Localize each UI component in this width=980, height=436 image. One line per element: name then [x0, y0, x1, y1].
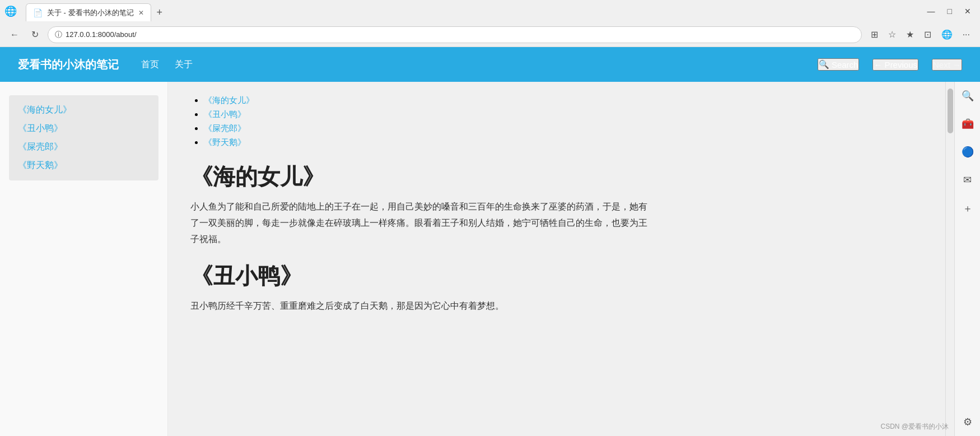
close-window-btn[interactable]: ✕: [960, 4, 976, 18]
section-body-1: 丑小鸭历经千辛万苦、重重磨难之后变成了白天鹅，那是因为它心中有着梦想。: [190, 298, 650, 314]
bookmark-icon[interactable]: ★: [903, 27, 917, 42]
section-title-1: 《丑小鸭》: [190, 261, 923, 291]
browser-logo-icon: 🌐: [4, 5, 17, 17]
new-tab-btn[interactable]: +: [151, 3, 169, 21]
reload-btn[interactable]: ↻: [28, 27, 42, 42]
scrollbar-thumb[interactable]: [948, 89, 953, 133]
nav-links: 首页 关于: [137, 57, 197, 73]
toc-link-2[interactable]: 《屎壳郎》: [204, 123, 246, 133]
settings-icon[interactable]: ⚙: [960, 412, 976, 432]
more-btn[interactable]: ···: [959, 27, 973, 42]
section-0: 《海的女儿》 小人鱼为了能和自己所爱的陆地上的王子在一起，用自己美妙的嗓音和三百…: [190, 161, 923, 247]
url-text: 127.0.0.1:8000/about/: [66, 30, 137, 39]
toc-link-3[interactable]: 《野天鹅》: [204, 137, 246, 147]
add-icon[interactable]: ＋: [959, 198, 976, 219]
tab-icon: 📄: [33, 8, 43, 17]
sidebar: 《海的女儿》 《丑小鸭》 《屎壳郎》 《野天鹅》: [0, 82, 168, 436]
sidebar-link-2[interactable]: 《屎壳郎》: [18, 141, 150, 153]
previous-btn[interactable]: ← Previous: [872, 59, 918, 71]
search-icon: 🔍: [819, 59, 829, 69]
sidebar-link-1[interactable]: 《丑小鸭》: [18, 123, 150, 134]
tab-title: 关于 - 爱看书的小沐的笔记: [47, 8, 134, 18]
sphere-icon[interactable]: 🔵: [958, 142, 977, 161]
toc-list: 《海的女儿》 《丑小鸭》 《屎壳郎》 《野天鹅》: [190, 95, 923, 148]
next-btn[interactable]: Next →: [932, 59, 962, 71]
nav-about[interactable]: 关于: [170, 57, 197, 73]
site-title: 爱看书的小沐的笔记: [18, 57, 119, 72]
info-icon: ⓘ: [55, 30, 62, 40]
sidebar-link-3[interactable]: 《野天鹅》: [18, 160, 150, 171]
url-box[interactable]: ⓘ 127.0.0.1:8000/about/: [48, 26, 862, 43]
watermark: CSDN @爱看书的小沐: [880, 422, 949, 432]
toc-item-0: 《海的女儿》: [204, 95, 923, 106]
section-1: 《丑小鸭》 丑小鸭历经千辛万苦、重重磨难之后变成了白天鹅，那是因为它心中有着梦想…: [190, 261, 923, 314]
search-btn[interactable]: 🔍 Search: [818, 58, 860, 71]
reader-mode-icon[interactable]: ⊞: [867, 27, 881, 42]
address-bar: ← ↻ ⓘ 127.0.0.1:8000/about/ ⊞ ☆ ★ ⊡ 🌐 ··…: [0, 22, 980, 47]
toc-item-3: 《野天鹅》: [204, 137, 923, 148]
site-navbar: 爱看书的小沐的笔记 首页 关于 🔍 Search ← Previous Next…: [0, 47, 980, 82]
minimize-btn[interactable]: —: [923, 4, 940, 18]
section-title-0: 《海的女儿》: [190, 161, 923, 192]
favorites-icon[interactable]: ☆: [885, 27, 899, 42]
back-btn[interactable]: ←: [7, 27, 22, 42]
active-tab[interactable]: 📄 关于 - 爱看书的小沐的笔记 ✕: [26, 3, 151, 21]
collections-icon[interactable]: ⊡: [921, 27, 935, 42]
toc-item-1: 《丑小鸭》: [204, 109, 923, 120]
paper-plane-icon[interactable]: ✉: [960, 170, 975, 189]
toolkit-icon[interactable]: 🧰: [958, 114, 977, 133]
title-bar: 🌐 📄 关于 - 爱看书的小沐的笔记 ✕ + — □ ✕: [0, 0, 980, 22]
toc-link-0[interactable]: 《海的女儿》: [204, 95, 254, 105]
scrollbar[interactable]: [945, 82, 954, 436]
zoom-in-icon[interactable]: 🔍: [958, 86, 977, 105]
main-content: 《海的女儿》 《丑小鸭》 《屎壳郎》 《野天鹅》 《海的女儿》 小人鱼为了能和自…: [168, 82, 945, 436]
tab-close-btn[interactable]: ✕: [138, 9, 144, 17]
maximize-btn[interactable]: □: [943, 4, 956, 18]
toc-link-1[interactable]: 《丑小鸭》: [204, 109, 246, 119]
right-tools: 🔍 🧰 🔵 ✉ ＋ ⚙: [954, 82, 980, 436]
toc-item-2: 《屎壳郎》: [204, 123, 923, 134]
sidebar-link-0[interactable]: 《海的女儿》: [18, 104, 150, 116]
sidebar-box: 《海的女儿》 《丑小鸭》 《屎壳郎》 《野天鹅》: [9, 95, 158, 180]
nav-home[interactable]: 首页: [137, 57, 164, 73]
profile-icon[interactable]: 🌐: [938, 27, 956, 42]
section-body-0: 小人鱼为了能和自己所爱的陆地上的王子在一起，用自己美妙的嗓音和三百年的生命换来了…: [190, 199, 650, 247]
